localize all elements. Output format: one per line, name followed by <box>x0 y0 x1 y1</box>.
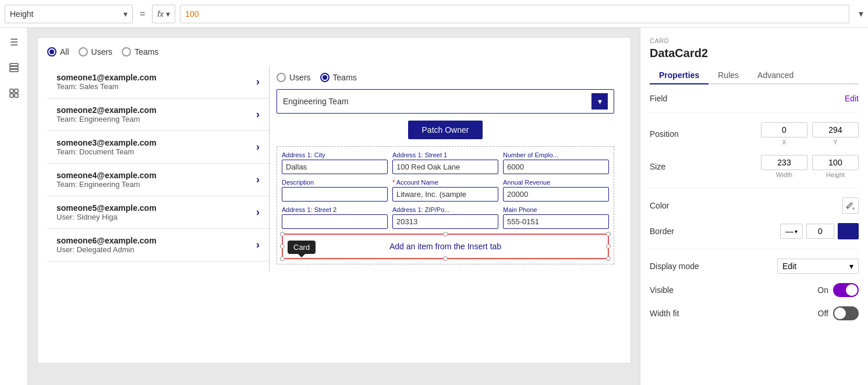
svg-rect-6 <box>15 94 18 97</box>
field-input-city[interactable] <box>282 160 388 174</box>
width-fit-row: Width fit Off <box>650 306 859 320</box>
tab-rules[interactable]: Rules <box>708 67 748 84</box>
chevron-right-icon: › <box>256 239 260 251</box>
patch-owner-button[interactable]: Patch Owner <box>408 121 483 139</box>
toggle-knob <box>834 308 846 319</box>
formula-bar[interactable]: 100 <box>180 5 849 23</box>
radio-teams[interactable]: Teams <box>122 47 158 56</box>
chevron-right-icon: › <box>256 206 260 218</box>
form-field-zip: Address 1: ZIP/Po... <box>392 206 498 229</box>
resize-handle-tm[interactable] <box>443 232 448 236</box>
field-input-street2[interactable] <box>282 214 388 229</box>
display-mode-select[interactable]: Edit ▾ <box>777 259 859 274</box>
svg-rect-2 <box>10 69 18 72</box>
field-input-street1[interactable] <box>392 160 498 174</box>
field-input-description[interactable] <box>282 187 388 202</box>
list-item[interactable]: someone6@example.com User: Delegated Adm… <box>47 229 269 262</box>
field-input-employees[interactable] <box>503 160 609 174</box>
dropdown-arrow-icon: ▾ <box>123 9 127 19</box>
radio-all-circle <box>47 47 56 56</box>
form-fields-container: Address 1: City Address 1: Street 1 Numb… <box>277 146 614 264</box>
position-x-input[interactable] <box>761 122 807 137</box>
size-row: Size Width Height <box>650 155 859 178</box>
position-y-sub: Y <box>812 139 859 146</box>
visible-toggle[interactable] <box>833 283 859 297</box>
display-mode-value: Edit <box>782 262 796 271</box>
width-fit-toggle[interactable] <box>833 306 859 320</box>
list-item[interactable]: someone2@example.com Team: Engineering T… <box>47 98 269 131</box>
visible-label: Visible <box>650 285 702 295</box>
radio-users[interactable]: Users <box>79 47 113 56</box>
field-input-zip[interactable] <box>392 214 498 229</box>
properties-panel: CARD DataCard2 Properties Rules Advanced… <box>640 28 868 385</box>
divider <box>650 188 859 188</box>
size-height-input[interactable] <box>812 155 859 170</box>
form-panel: Users Teams Engineering Team ▾ Patch Own… <box>270 66 621 271</box>
list-item[interactable]: someone3@example.com Team: Document Team… <box>47 131 269 164</box>
border-style-select[interactable]: — ▾ <box>780 224 803 239</box>
canvas-area: All Users Teams someone1@example.c <box>28 28 640 385</box>
form-radio-teams[interactable]: Teams <box>320 73 357 82</box>
border-color-swatch[interactable] <box>838 223 859 239</box>
field-label: Field <box>650 94 702 103</box>
form-field-revenue: Annual Revenue <box>503 179 609 202</box>
svg-rect-1 <box>10 66 18 69</box>
resize-handle-br[interactable] <box>606 256 611 261</box>
svg-rect-3 <box>10 89 13 93</box>
resize-handle-ml[interactable] <box>280 244 285 249</box>
radio-all[interactable]: All <box>47 47 69 56</box>
height-selector[interactable]: Height ▾ <box>5 5 133 23</box>
equals-sign: = <box>137 9 147 19</box>
list-item[interactable]: someone1@example.com Team: Sales Team › <box>47 66 269 98</box>
resize-handle-tr[interactable] <box>606 232 611 236</box>
fx-button[interactable]: fx ▾ <box>152 5 175 23</box>
formula-value: 100 <box>185 9 199 19</box>
radio-users-circle <box>79 47 88 56</box>
position-x-group: X <box>761 122 807 146</box>
form-radio-users-circle <box>277 73 286 82</box>
divider <box>650 249 859 249</box>
canvas-two-col: someone1@example.com Team: Sales Team › … <box>47 66 621 271</box>
chevron-right-icon: › <box>256 108 260 121</box>
form-field-city: Address 1: City <box>282 151 388 174</box>
resize-handle-bl[interactable] <box>280 256 285 261</box>
width-fit-label: Width fit <box>650 309 702 318</box>
size-width-group: Width <box>761 155 807 178</box>
form-field-street2: Address 1: Street 2 <box>282 206 388 229</box>
color-label: Color <box>650 201 702 210</box>
team-dropdown[interactable]: Engineering Team ▾ <box>277 89 614 114</box>
list-panel: someone1@example.com Team: Sales Team › … <box>47 66 270 271</box>
field-edit-link[interactable]: Edit <box>845 94 859 103</box>
fx-label: fx <box>157 9 164 19</box>
menu-icon[interactable]: ☰ <box>5 33 23 51</box>
field-row: Field Edit <box>650 94 859 103</box>
field-input-account-name[interactable] <box>392 187 498 202</box>
form-radio-users[interactable]: Users <box>277 73 311 82</box>
size-width-input[interactable] <box>761 155 807 170</box>
size-inputs: Width Height <box>761 155 859 178</box>
position-y-group: Y <box>812 122 859 146</box>
tab-advanced[interactable]: Advanced <box>748 67 803 84</box>
insert-area: Card <box>282 234 609 259</box>
datacard-title: DataCard2 <box>650 47 859 60</box>
insert-placeholder-text: Add an item from the Insert tab <box>389 242 501 251</box>
grid-icon[interactable] <box>5 84 23 103</box>
position-y-input[interactable] <box>812 122 859 137</box>
resize-handle-tl[interactable] <box>280 232 285 236</box>
card-tooltip: Card <box>288 241 316 254</box>
border-thickness-input[interactable] <box>806 224 834 239</box>
insert-card[interactable]: Add an item from the Insert tab <box>282 234 609 259</box>
list-item[interactable]: someone4@example.com Team: Engineering T… <box>47 164 269 196</box>
list-item[interactable]: someone5@example.com User: Sidney Higa › <box>47 196 269 229</box>
resize-handle-mr[interactable] <box>606 244 611 249</box>
layers-icon[interactable] <box>5 58 23 77</box>
form-field-phone: Main Phone <box>503 206 609 229</box>
divider <box>650 112 859 113</box>
tab-properties[interactable]: Properties <box>650 67 708 84</box>
chevron-right-icon: › <box>256 76 260 88</box>
resize-handle-bm[interactable] <box>443 256 448 261</box>
color-picker-button[interactable] <box>842 197 859 214</box>
field-input-phone[interactable] <box>503 214 609 229</box>
svg-rect-4 <box>15 89 18 93</box>
field-input-revenue[interactable] <box>503 187 609 202</box>
